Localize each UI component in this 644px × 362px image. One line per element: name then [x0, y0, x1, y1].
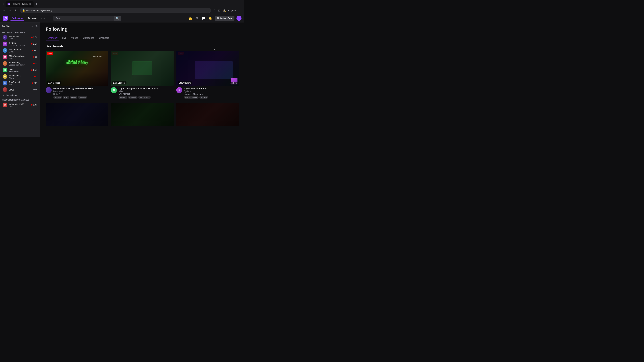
stream-card-nats[interactable]: LIVE 2.7K viewers N Liquid nAts | NEW !G… [111, 51, 174, 99]
channel-item[interactable]: K kukudota2 Dota 2 3.5K [1, 34, 40, 40]
get-ad-free-button[interactable]: 🛡 Get Ad-Free [215, 16, 234, 21]
svg-rect-0 [9, 3, 9, 4]
channel-game: VALORANT [9, 70, 30, 72]
stream-tag[interactable]: English [199, 96, 208, 99]
live-indicator [31, 37, 32, 38]
tab-close-button[interactable]: ✕ [29, 3, 32, 5]
svg-rect-3 [5, 17, 5, 18]
nav-more-button[interactable]: ••• [40, 15, 46, 21]
channel-item[interactable]: Y yowe Offline [1, 86, 40, 93]
inbox-icon[interactable]: ✉ [195, 16, 199, 21]
channel-item[interactable]: M MikaRoseMusic Music 93 [1, 54, 40, 60]
stream-tag[interactable]: Tagalog [78, 96, 87, 99]
channel-item[interactable]: V VanHoliday Escape from Tarkov 13 [1, 60, 40, 67]
refresh-button[interactable]: ↻ [14, 8, 18, 13]
notifications-icon[interactable]: 🔔 [208, 16, 213, 21]
bookmark-star-button[interactable]: ☆ [213, 8, 216, 13]
stream-card-row2-1[interactable]: LIVE [46, 103, 108, 128]
user-avatar[interactable] [236, 16, 242, 21]
channel-status: 981 [32, 49, 38, 52]
channel-item[interactable]: S solapsapdota Dota 2 981 [1, 47, 40, 54]
nav-following[interactable]: Following [10, 16, 24, 21]
channel-info: Magic899TV Music [9, 74, 32, 79]
sidebar-sort-button[interactable]: ⇅ [35, 24, 38, 28]
stream-tag[interactable]: English [118, 96, 127, 99]
browser-nav-bar: ← → ↻ 🔒 twitch.tv/directory/following ☆ … [0, 7, 244, 14]
channel-item[interactable]: S Sydeon League of Legends 1.8K [1, 41, 40, 47]
avatar-placeholder: R [3, 81, 8, 85]
browser-tab[interactable]: Following - Twitch ✕ [6, 1, 34, 7]
channel-avatar-sydeon: S [3, 41, 8, 46]
tab-title: Following - Twitch [12, 3, 28, 5]
streamer-avatar: S [176, 87, 182, 93]
channel-item[interactable]: N nAts VALORANT 2.7K [1, 67, 40, 73]
stream-title: 5 year anni !subathon :D [184, 87, 239, 90]
stream-card-kukudota2[interactable]: LIVE Radiant Victory READY. SET. 3.5K vi… [46, 51, 108, 99]
live-indicator [32, 82, 33, 84]
new-tab-button[interactable]: + [34, 2, 39, 6]
streamer-avatar: K [46, 87, 52, 93]
stream-card-sydeon[interactable]: LIVE 1.8K viewers 5:41:29 S 5 year anni … [176, 51, 239, 99]
avatar-placeholder: K [46, 87, 52, 93]
channel-avatar-magic: M [3, 74, 8, 79]
stream-game[interactable]: VALORANT [118, 93, 174, 95]
menu-button[interactable]: ⋮ [238, 8, 242, 13]
channel-game: Music [9, 83, 30, 85]
channel-avatar-mika: M [3, 55, 8, 59]
stream-card-row2-3[interactable]: LIVE [176, 103, 239, 128]
stream-thumbnail: LIVE 2.7K viewers [111, 51, 174, 86]
channel-item[interactable]: M Magic899TV Music 2 [1, 73, 40, 80]
stream-streamer[interactable]: nAts [118, 90, 174, 92]
main-content: For You ↵ ⇅ FOLLOWED CHANNELS K kukudota… [0, 22, 244, 137]
show-more-button[interactable]: ▼ Show More [0, 93, 40, 97]
search-input[interactable] [54, 15, 120, 21]
incognito-label: Incognito [227, 9, 236, 12]
channel-avatar-yowe: Y [3, 87, 8, 92]
live-indicator [31, 43, 32, 44]
stream-thumbnail: LIVE 1.8K viewers 5:41:29 [176, 51, 239, 86]
viewer-count: 2 [36, 75, 38, 78]
tab-categories[interactable]: Categories [81, 35, 96, 41]
url-bar[interactable]: 🔒 twitch.tv/directory/following [20, 8, 211, 13]
stream-meta: 5 year anni !subathon :D Sydeon League o… [184, 87, 239, 99]
stream-streamer[interactable]: Sydeon [184, 90, 239, 92]
stream-tag[interactable]: VALORANT [138, 96, 150, 99]
tab-bar: ‹ Following - Twitch ✕ + [0, 0, 244, 7]
channel-name: Magic899TV [9, 74, 32, 77]
twitch-logo[interactable] [3, 16, 8, 21]
streamer-avatar: N [111, 87, 117, 93]
channel-game: Music [9, 57, 32, 59]
sidebar-collapse-button[interactable]: ↵ [31, 24, 34, 28]
tab-channels[interactable]: Channels [97, 35, 111, 41]
channel-status: 93 [33, 56, 38, 58]
incognito-button[interactable]: 🕵 Incognito [222, 8, 237, 12]
tab-back-button[interactable]: ‹ [1, 2, 5, 6]
back-button[interactable]: ← [2, 8, 7, 12]
nav-browse[interactable]: Browse [27, 16, 38, 21]
channel-info: RayRachel Music [9, 81, 30, 85]
search-submit-button[interactable]: 🔍 [114, 15, 120, 21]
stream-tag[interactable]: kuku [63, 96, 69, 99]
friends-icon[interactable]: 💬 [201, 16, 206, 21]
tab-live[interactable]: Live [60, 35, 68, 41]
stream-game[interactable]: League of Legends [184, 93, 239, 95]
forward-button[interactable]: → [8, 8, 13, 12]
stream-streamer[interactable]: kukudota2 [53, 90, 108, 92]
channel-status: 3.4K [31, 104, 38, 106]
stream-tag[interactable]: Русский [128, 96, 138, 99]
channel-item[interactable]: B betboom_eng2 Dota 2 3.4K [1, 102, 40, 108]
stream-title: Liquid nAts | NEW !GIVEAWAY | !розы... [118, 87, 174, 90]
tab-overview[interactable]: Overview [46, 35, 59, 41]
channel-item[interactable]: R RayRachel Music 801 [1, 80, 40, 86]
hype-icon[interactable]: 👑 [188, 16, 193, 21]
streams-grid: LIVE Radiant Victory READY. SET. 3.5K vi… [46, 51, 239, 99]
device-button[interactable]: ⊡ [217, 8, 221, 13]
tab-videos[interactable]: Videos [69, 35, 80, 41]
channel-game: Dota 2 [9, 105, 30, 107]
stream-timestamp: 5:41:29 [230, 82, 238, 84]
stream-tag[interactable]: BlackBrilliance [184, 96, 199, 99]
stream-tag[interactable]: dota2 [70, 96, 77, 99]
stream-tag[interactable]: English [53, 96, 62, 99]
stream-game[interactable]: Dota 2 [53, 93, 108, 95]
stream-card-row2-2[interactable]: LIVE [111, 103, 174, 128]
